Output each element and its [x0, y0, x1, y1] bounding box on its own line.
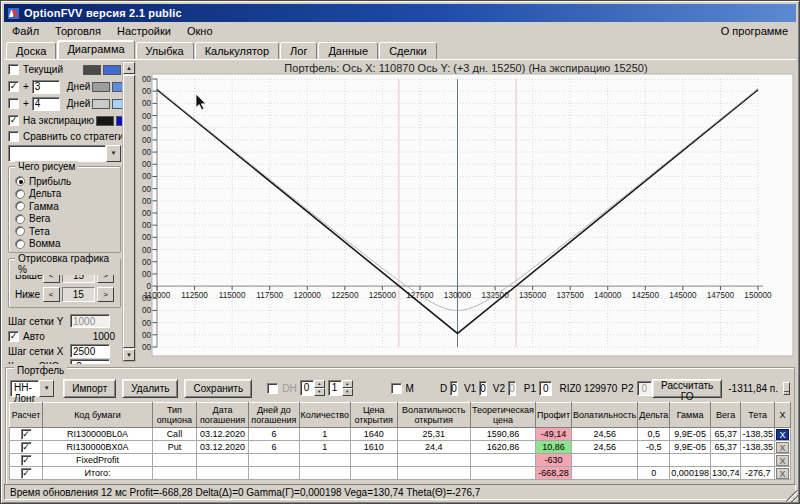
calc-margin-button[interactable]: Рассчитать ГО — [652, 379, 722, 398]
p2-field[interactable]: 0 — [637, 381, 653, 396]
cell-open-volatility — [397, 467, 470, 480]
radio-delta[interactable] — [15, 189, 25, 199]
v1-label: V1 — [464, 383, 476, 394]
row-calc-checkbox[interactable] — [21, 468, 32, 479]
resize-grip[interactable] — [786, 490, 798, 502]
spin-up-icon[interactable]: ▲ — [314, 380, 325, 388]
v1-field[interactable]: 0 — [479, 381, 487, 396]
plus4-days-input[interactable] — [32, 97, 60, 111]
cell-open-price: 1640 — [350, 428, 397, 441]
spin-down-icon[interactable]: ▼ — [342, 388, 353, 396]
d-field[interactable]: 0 — [450, 381, 458, 396]
sidebar-scrollbar[interactable]: ▲ ▼ — [122, 61, 136, 362]
menu-about[interactable]: О программе — [713, 23, 796, 39]
compare-strategy-checkbox[interactable] — [8, 131, 19, 142]
scroll-up-icon[interactable]: ▲ — [123, 62, 135, 74]
below-decrease-button[interactable]: < — [43, 287, 60, 302]
radio-profit[interactable] — [15, 176, 25, 186]
radio-gamma[interactable] — [15, 201, 25, 211]
menu-window[interactable]: Окно — [179, 23, 221, 39]
svg-text:112500: 112500 — [181, 291, 208, 300]
dh-label: DH — [282, 383, 296, 394]
row-calc-checkbox[interactable] — [21, 442, 32, 453]
plus3-color-swatch-1[interactable] — [92, 82, 110, 92]
tab-board[interactable]: Доска — [6, 42, 56, 59]
save-button[interactable]: Сохранить — [184, 379, 252, 398]
column-header: Профит — [535, 403, 571, 428]
svg-text:0: 0 — [146, 282, 151, 291]
cell-code: RI130000BX0A — [43, 441, 153, 454]
tab-calculator[interactable]: Калькулятор — [195, 42, 279, 59]
plus4-checkbox[interactable] — [8, 98, 19, 109]
radio-theta[interactable] — [15, 226, 25, 236]
cell-expiry-date — [196, 467, 248, 480]
current-color-swatch-1[interactable] — [83, 65, 101, 75]
cell-quantity: 1 — [299, 441, 350, 454]
cell-expiry-date: 03.12.2020 — [196, 428, 248, 441]
plus4-color-swatch-1[interactable] — [92, 99, 110, 109]
delete-button[interactable]: Удалить — [122, 379, 178, 398]
scroll-down-icon[interactable]: ▼ — [123, 349, 135, 361]
tab-diagram[interactable]: Диаграмма — [57, 40, 134, 59]
tab-data[interactable]: Данные — [318, 42, 378, 59]
cell-code: Итого: — [43, 467, 153, 480]
scrollbar-thumb[interactable] — [123, 75, 135, 348]
remove-position-button[interactable]: X — [776, 468, 789, 479]
menu-trading[interactable]: Торговля — [47, 23, 109, 39]
svg-text:115000: 115000 — [219, 291, 246, 300]
dh-checkbox[interactable] — [267, 383, 278, 394]
chevron-down-icon[interactable]: ▼ — [39, 380, 54, 397]
draw-what-title: Чего рисуем — [15, 161, 78, 172]
p1-field[interactable]: 0 — [539, 381, 552, 396]
payoff-chart[interactable]: -5000-4000-3000-2000-1000010002000300040… — [142, 73, 798, 365]
expiration-checkbox[interactable] — [8, 115, 19, 126]
cell-expiry-date — [196, 454, 248, 467]
plus3-checkbox[interactable] — [8, 81, 19, 92]
dh-spinner-1[interactable]: 0 ▲▼ — [300, 380, 325, 396]
plus3-days-input[interactable] — [32, 80, 60, 94]
remove-position-button[interactable]: X — [776, 429, 789, 440]
cell-open-price: 1610 — [350, 441, 397, 454]
strategy-combobox[interactable]: ▼ — [8, 145, 121, 162]
tab-deals[interactable]: Сделки — [379, 42, 437, 59]
current-checkbox[interactable] — [8, 64, 19, 75]
collapse-button[interactable]: _ — [783, 382, 790, 395]
portfolio-groupbox: Портфель НН-Лонг ▼ Импорт Удалить Сохран… — [5, 367, 795, 487]
radio-vomma[interactable] — [15, 239, 25, 249]
tab-smile[interactable]: Улыбка — [136, 42, 194, 59]
cell-open-price — [350, 454, 397, 467]
remove-position-button[interactable]: X — [776, 442, 789, 453]
m-checkbox[interactable] — [391, 383, 402, 394]
menu-settings[interactable]: Настройки — [109, 23, 179, 39]
import-button[interactable]: Импорт — [63, 379, 116, 398]
row-calc-checkbox[interactable] — [21, 429, 32, 440]
auto-checkbox[interactable] — [8, 331, 19, 342]
current-label: Текущий — [23, 64, 63, 75]
current-color-swatch-2[interactable] — [103, 65, 121, 75]
portfolio-combobox[interactable]: НН-Лонг ▼ — [10, 380, 54, 397]
svg-text:135000: 135000 — [519, 291, 547, 300]
svg-text:2000: 2000 — [142, 258, 151, 267]
cell-delta: 0,5 — [638, 428, 670, 441]
cell-code: FixedProfit — [43, 454, 153, 467]
grid-step-x-input[interactable] — [70, 344, 110, 358]
cell-expiry-date: 03.12.2020 — [196, 441, 248, 454]
expiration-color-swatch-1[interactable] — [96, 116, 114, 126]
draw-range-title: Отрисовка графика % — [15, 253, 120, 275]
below-percent-value: 15 — [62, 287, 96, 302]
svg-text:14000: 14000 — [142, 112, 151, 121]
svg-text:3000: 3000 — [142, 246, 151, 255]
v2-field[interactable]: 0 — [508, 381, 516, 396]
remove-position-button[interactable]: X — [776, 455, 789, 466]
spin-down-icon[interactable]: ▼ — [314, 388, 325, 396]
svg-text:130000: 130000 — [444, 291, 472, 300]
dh-spinner-2[interactable]: 1 ▲▼ — [328, 380, 353, 396]
row-calc-checkbox[interactable] — [21, 455, 32, 466]
radio-vega[interactable] — [15, 214, 25, 224]
menu-file[interactable]: Файл — [4, 23, 47, 39]
tab-strip: Доска Диаграмма Улыбка Калькулятор Лог Д… — [4, 40, 796, 59]
chevron-down-icon[interactable]: ▼ — [106, 145, 121, 162]
below-increase-button[interactable]: > — [97, 287, 114, 302]
tab-log[interactable]: Лог — [280, 42, 317, 59]
spin-up-icon[interactable]: ▲ — [342, 380, 353, 388]
